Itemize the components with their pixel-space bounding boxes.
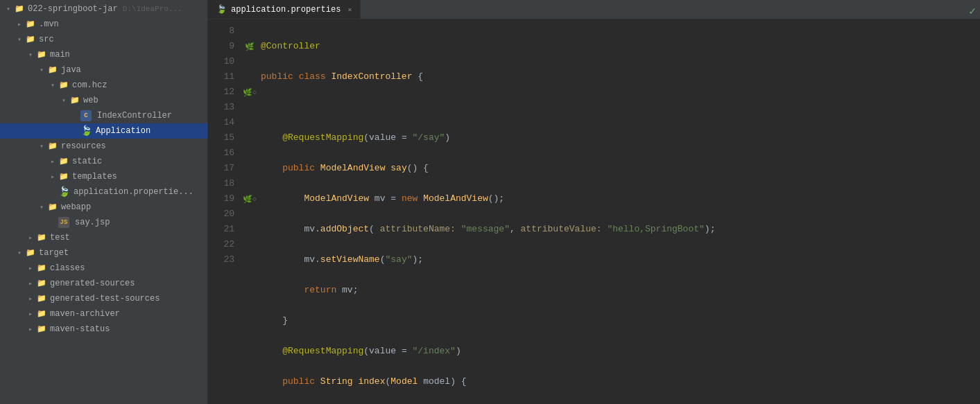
folder-orange-icon: 📁	[36, 278, 47, 289]
sidebar-item-generated-sources[interactable]: 📁 generated-sources	[0, 276, 207, 291]
package-icon: 📁	[69, 95, 80, 106]
checkmark-icon: ✓	[969, 4, 976, 18]
folder-orange-icon: 📁	[36, 263, 47, 274]
folder-icon: 📁	[58, 156, 69, 167]
sidebar-item-application[interactable]: 🍃 Application	[0, 123, 207, 139]
item-label: main	[50, 50, 207, 60]
item-label: say.jsp	[75, 218, 207, 227]
sidebar-item-generated-test-sources[interactable]: 📁 generated-test-sources	[0, 291, 207, 306]
item-label: maven-archiver	[50, 309, 207, 319]
arrow-icon	[47, 173, 58, 181]
sidebar-item-app-properties[interactable]: 🍃 application.propertie...	[0, 184, 207, 200]
arrow-icon	[14, 20, 25, 28]
item-label: generated-sources	[50, 279, 207, 288]
sidebar-item-main[interactable]: 📁 main	[0, 47, 207, 62]
tab-label: application.properties	[231, 5, 341, 15]
arrow-icon	[25, 234, 36, 242]
item-label: static	[72, 157, 207, 166]
item-label: src	[39, 35, 207, 44]
item-label: classes	[50, 263, 207, 273]
folder-icon: 📁	[25, 34, 36, 45]
tab-application-properties[interactable]: 🍃 application.properties ✕	[208, 0, 361, 19]
sidebar-item-src[interactable]: 📁 src	[0, 32, 207, 47]
project-name-label: 022-springboot-jar D:\IdeaPro...	[28, 4, 207, 14]
folder-icon: 📁	[47, 64, 58, 76]
sidebar-item-java[interactable]: 📁 java	[0, 62, 207, 78]
folder-orange-icon: 📁	[36, 324, 47, 335]
arrow-icon	[25, 51, 36, 59]
code-area[interactable]: 8 9 10 11 12 13 14 15 16 17 18 19 20 21 …	[208, 19, 980, 404]
arrow-icon	[3, 5, 14, 13]
sidebar-item-web[interactable]: 📁 web	[0, 93, 207, 108]
folder-icon: 📁	[47, 141, 58, 152]
sidebar-item-say-jsp[interactable]: JS say.jsp	[0, 215, 207, 230]
file-tree[interactable]: 📁 022-springboot-jar D:\IdeaPro... 📁 .mv…	[0, 0, 208, 404]
item-label: maven-status	[50, 324, 207, 334]
sidebar-item-maven-archiver[interactable]: 📁 maven-archiver	[0, 306, 207, 322]
item-label: web	[83, 96, 207, 105]
folder-icon: 📁	[36, 49, 47, 60]
sidebar-item-webapp[interactable]: 📁 webapp	[0, 200, 207, 215]
item-label: IndexController	[97, 111, 207, 121]
code-content[interactable]: @Controller public class IndexController…	[258, 22, 980, 404]
item-label: webapp	[61, 202, 207, 212]
item-label: com.hcz	[72, 80, 207, 90]
arrow-icon	[25, 325, 36, 333]
arrow-icon	[25, 310, 36, 318]
sidebar-item-templates[interactable]: 📁 templates	[0, 169, 207, 184]
jsp-icon: JS	[58, 217, 69, 228]
folder-orange-icon: 📁	[36, 308, 47, 319]
arrow-icon	[36, 203, 47, 211]
spring-icon: 🍃	[58, 186, 69, 197]
editor-area: 🍃 application.properties ✕ 8 9 10 11 12 …	[208, 0, 980, 404]
package-icon: 📁	[58, 80, 69, 91]
folder-icon: 📁	[47, 202, 58, 213]
item-label: .mvn	[39, 19, 207, 29]
folder-icon: 📁	[58, 171, 69, 182]
sidebar-item-classes[interactable]: 📁 classes	[0, 261, 207, 276]
item-label: generated-test-sources	[50, 294, 207, 304]
item-label: test	[50, 233, 207, 243]
line-numbers: 8 9 10 11 12 13 14 15 16 17 18 19 20 21 …	[208, 22, 241, 404]
arrow-icon	[14, 35, 25, 44]
spring-icon: 🍃	[80, 125, 92, 137]
sidebar-item-com-hcz[interactable]: 📁 com.hcz	[0, 78, 207, 93]
arrow-icon	[25, 264, 36, 272]
sidebar-item-test[interactable]: 📁 test	[0, 230, 207, 245]
arrow-icon	[47, 157, 58, 166]
arrow-icon	[36, 66, 47, 74]
arrow-icon	[25, 279, 36, 288]
spring-tab-icon: 🍃	[216, 4, 227, 15]
sidebar-item-mvn[interactable]: 📁 .mvn	[0, 17, 207, 32]
sidebar-item-static[interactable]: 📁 static	[0, 154, 207, 169]
folder-icon: 📁	[14, 3, 25, 15]
project-root[interactable]: 📁 022-springboot-jar D:\IdeaPro...	[0, 1, 207, 17]
java-class-icon: C	[80, 110, 92, 121]
arrow-icon	[58, 96, 69, 105]
sidebar-item-indexcontroller[interactable]: C IndexController	[0, 108, 207, 123]
code-editor[interactable]: 🍃 application.properties ✕ 8 9 10 11 12 …	[208, 0, 980, 404]
arrow-icon	[14, 249, 25, 257]
folder-orange-icon: 📁	[36, 293, 47, 304]
gutter: 🌿 🌿 ◇ 🌿 ◇	[241, 22, 258, 404]
sidebar-item-resources[interactable]: 📁 resources	[0, 139, 207, 154]
item-label: target	[39, 248, 207, 258]
item-label: templates	[72, 172, 207, 182]
item-label: Application	[96, 126, 207, 136]
sidebar-item-maven-status[interactable]: 📁 maven-status	[0, 322, 207, 337]
folder-icon: 📁	[36, 232, 47, 243]
folder-icon: 📁	[25, 19, 36, 30]
sidebar-item-target[interactable]: 📁 target	[0, 245, 207, 261]
folder-orange-icon: 📁	[25, 247, 36, 258]
arrow-icon	[47, 81, 58, 89]
arrow-icon	[36, 142, 47, 150]
item-label: application.propertie...	[74, 187, 207, 197]
tab-close-icon[interactable]: ✕	[347, 6, 352, 14]
item-label: resources	[61, 141, 207, 151]
arrow-icon	[25, 295, 36, 303]
tab-bar: 🍃 application.properties ✕	[208, 0, 980, 19]
item-label: java	[61, 65, 207, 75]
